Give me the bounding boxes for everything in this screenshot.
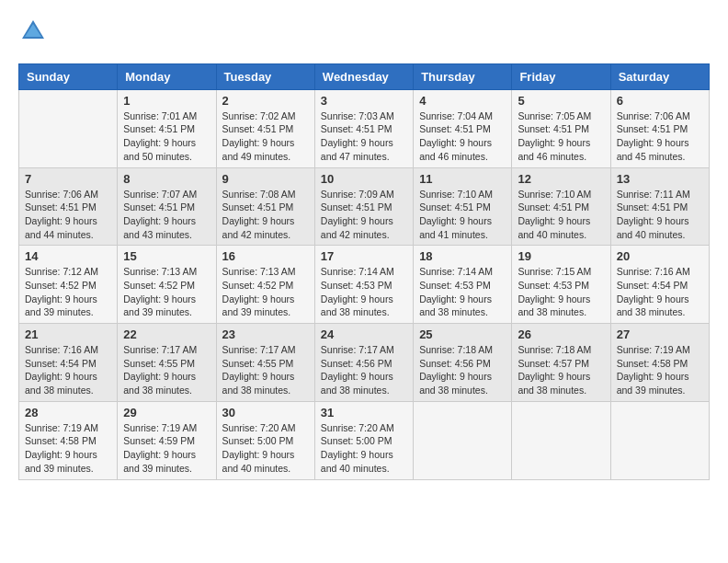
day-info: Sunrise: 7:10 AM Sunset: 4:51 PM Dayligh…	[419, 188, 506, 242]
day-number: 12	[518, 172, 604, 186]
day-number: 25	[419, 327, 506, 341]
day-number: 14	[25, 249, 111, 263]
calendar-cell	[610, 401, 709, 479]
calendar-table: SundayMondayTuesdayWednesdayThursdayFrid…	[18, 63, 710, 480]
day-number: 22	[123, 327, 210, 341]
day-number: 19	[518, 249, 604, 263]
calendar-cell	[512, 401, 610, 479]
calendar-cell: 6Sunrise: 7:06 AM Sunset: 4:51 PM Daylig…	[610, 89, 709, 167]
day-number: 17	[321, 249, 407, 263]
day-info: Sunrise: 7:16 AM Sunset: 4:54 PM Dayligh…	[617, 265, 703, 319]
day-number: 26	[518, 327, 604, 341]
weekday-header-monday: Monday	[118, 63, 216, 89]
calendar-cell: 12Sunrise: 7:10 AM Sunset: 4:51 PM Dayli…	[512, 167, 610, 246]
calendar-cell: 31Sunrise: 7:20 AM Sunset: 5:00 PM Dayli…	[314, 401, 413, 479]
day-info: Sunrise: 7:14 AM Sunset: 4:53 PM Dayligh…	[321, 265, 407, 319]
day-number: 23	[222, 327, 309, 341]
day-number: 5	[518, 94, 604, 108]
day-number: 3	[321, 94, 407, 108]
calendar-cell: 2Sunrise: 7:02 AM Sunset: 4:51 PM Daylig…	[216, 89, 314, 167]
day-info: Sunrise: 7:13 AM Sunset: 4:52 PM Dayligh…	[123, 265, 210, 319]
day-info: Sunrise: 7:09 AM Sunset: 4:51 PM Dayligh…	[321, 188, 407, 242]
day-info: Sunrise: 7:06 AM Sunset: 4:51 PM Dayligh…	[25, 188, 111, 242]
weekday-header-wednesday: Wednesday	[314, 63, 413, 89]
calendar-cell: 14Sunrise: 7:12 AM Sunset: 4:52 PM Dayli…	[19, 246, 118, 324]
header	[18, 18, 710, 49]
calendar-cell: 1Sunrise: 7:01 AM Sunset: 4:51 PM Daylig…	[118, 89, 216, 167]
calendar-cell: 21Sunrise: 7:16 AM Sunset: 4:54 PM Dayli…	[19, 324, 118, 402]
day-info: Sunrise: 7:08 AM Sunset: 4:51 PM Dayligh…	[222, 188, 309, 242]
day-info: Sunrise: 7:19 AM Sunset: 4:59 PM Dayligh…	[123, 421, 210, 476]
day-info: Sunrise: 7:17 AM Sunset: 4:55 PM Dayligh…	[123, 343, 210, 397]
day-info: Sunrise: 7:03 AM Sunset: 4:51 PM Dayligh…	[321, 109, 407, 164]
weekday-header-row: SundayMondayTuesdayWednesdayThursdayFrid…	[19, 63, 710, 89]
calendar-cell: 26Sunrise: 7:18 AM Sunset: 4:57 PM Dayli…	[512, 324, 610, 402]
week-row-4: 21Sunrise: 7:16 AM Sunset: 4:54 PM Dayli…	[19, 324, 710, 402]
calendar-cell: 4Sunrise: 7:04 AM Sunset: 4:51 PM Daylig…	[414, 89, 512, 167]
calendar-cell: 16Sunrise: 7:13 AM Sunset: 4:52 PM Dayli…	[216, 246, 314, 324]
day-number: 27	[617, 327, 703, 341]
calendar-cell: 20Sunrise: 7:16 AM Sunset: 4:54 PM Dayli…	[610, 246, 709, 324]
day-number: 30	[222, 406, 309, 419]
day-info: Sunrise: 7:02 AM Sunset: 4:51 PM Dayligh…	[222, 109, 309, 164]
day-number: 1	[123, 94, 210, 108]
day-info: Sunrise: 7:14 AM Sunset: 4:53 PM Dayligh…	[419, 265, 506, 319]
logo	[18, 18, 46, 49]
day-info: Sunrise: 7:18 AM Sunset: 4:57 PM Dayligh…	[518, 343, 604, 397]
day-info: Sunrise: 7:19 AM Sunset: 4:58 PM Dayligh…	[25, 421, 111, 476]
day-info: Sunrise: 7:06 AM Sunset: 4:51 PM Dayligh…	[617, 109, 703, 164]
day-number: 10	[321, 172, 407, 186]
day-info: Sunrise: 7:17 AM Sunset: 4:55 PM Dayligh…	[222, 343, 309, 397]
day-number: 21	[25, 327, 111, 341]
day-info: Sunrise: 7:15 AM Sunset: 4:53 PM Dayligh…	[518, 265, 604, 319]
day-number: 31	[321, 406, 407, 419]
calendar-cell: 27Sunrise: 7:19 AM Sunset: 4:58 PM Dayli…	[610, 324, 709, 402]
calendar-cell: 18Sunrise: 7:14 AM Sunset: 4:53 PM Dayli…	[414, 246, 512, 324]
calendar-cell: 5Sunrise: 7:05 AM Sunset: 4:51 PM Daylig…	[512, 89, 610, 167]
day-info: Sunrise: 7:12 AM Sunset: 4:52 PM Dayligh…	[25, 265, 111, 319]
day-info: Sunrise: 7:05 AM Sunset: 4:51 PM Dayligh…	[518, 109, 604, 164]
day-number: 16	[222, 249, 309, 263]
calendar-cell: 15Sunrise: 7:13 AM Sunset: 4:52 PM Dayli…	[118, 246, 216, 324]
calendar-cell: 8Sunrise: 7:07 AM Sunset: 4:51 PM Daylig…	[118, 167, 216, 246]
day-number: 7	[25, 172, 111, 186]
day-number: 28	[25, 406, 111, 419]
week-row-3: 14Sunrise: 7:12 AM Sunset: 4:52 PM Dayli…	[19, 246, 710, 324]
day-number: 9	[222, 172, 309, 186]
calendar-cell: 25Sunrise: 7:18 AM Sunset: 4:56 PM Dayli…	[414, 324, 512, 402]
day-info: Sunrise: 7:17 AM Sunset: 4:56 PM Dayligh…	[321, 343, 407, 397]
day-info: Sunrise: 7:10 AM Sunset: 4:51 PM Dayligh…	[518, 188, 604, 242]
day-number: 29	[123, 406, 210, 419]
weekday-header-sunday: Sunday	[19, 63, 118, 89]
calendar-cell: 17Sunrise: 7:14 AM Sunset: 4:53 PM Dayli…	[314, 246, 413, 324]
day-number: 13	[617, 172, 703, 186]
calendar-cell: 30Sunrise: 7:20 AM Sunset: 5:00 PM Dayli…	[216, 401, 314, 479]
calendar-cell: 23Sunrise: 7:17 AM Sunset: 4:55 PM Dayli…	[216, 324, 314, 402]
calendar-cell: 7Sunrise: 7:06 AM Sunset: 4:51 PM Daylig…	[19, 167, 118, 246]
day-number: 20	[617, 249, 703, 263]
day-number: 8	[123, 172, 210, 186]
week-row-1: 1Sunrise: 7:01 AM Sunset: 4:51 PM Daylig…	[19, 89, 710, 167]
calendar-cell: 24Sunrise: 7:17 AM Sunset: 4:56 PM Dayli…	[314, 324, 413, 402]
day-number: 2	[222, 94, 309, 108]
day-info: Sunrise: 7:20 AM Sunset: 5:00 PM Dayligh…	[321, 421, 407, 476]
calendar-cell: 28Sunrise: 7:19 AM Sunset: 4:58 PM Dayli…	[19, 401, 118, 479]
calendar-cell	[19, 89, 118, 167]
weekday-header-saturday: Saturday	[610, 63, 709, 89]
calendar-cell: 22Sunrise: 7:17 AM Sunset: 4:55 PM Dayli…	[118, 324, 216, 402]
week-row-2: 7Sunrise: 7:06 AM Sunset: 4:51 PM Daylig…	[19, 167, 710, 246]
day-number: 4	[419, 94, 506, 108]
weekday-header-friday: Friday	[512, 63, 610, 89]
day-number: 15	[123, 249, 210, 263]
day-number: 18	[419, 249, 506, 263]
day-number: 11	[419, 172, 506, 186]
calendar-cell: 3Sunrise: 7:03 AM Sunset: 4:51 PM Daylig…	[314, 89, 413, 167]
calendar-cell: 10Sunrise: 7:09 AM Sunset: 4:51 PM Dayli…	[314, 167, 413, 246]
day-info: Sunrise: 7:18 AM Sunset: 4:56 PM Dayligh…	[419, 343, 506, 397]
calendar-cell: 19Sunrise: 7:15 AM Sunset: 4:53 PM Dayli…	[512, 246, 610, 324]
calendar-cell	[414, 401, 512, 479]
week-row-5: 28Sunrise: 7:19 AM Sunset: 4:58 PM Dayli…	[19, 401, 710, 479]
day-info: Sunrise: 7:19 AM Sunset: 4:58 PM Dayligh…	[617, 343, 703, 397]
weekday-header-tuesday: Tuesday	[216, 63, 314, 89]
day-number: 6	[617, 94, 703, 108]
